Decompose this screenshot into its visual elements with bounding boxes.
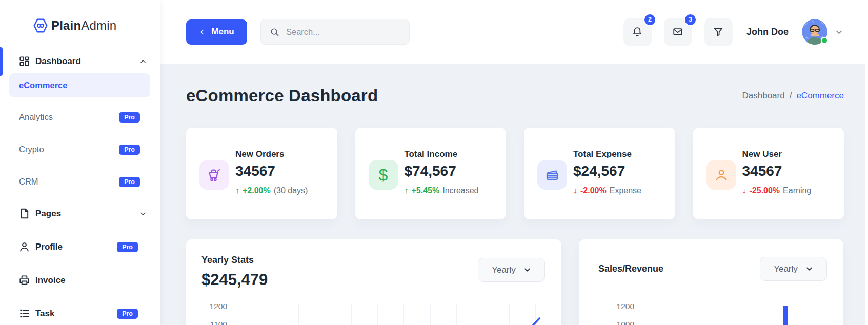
stat-change-percent: -2.00% xyxy=(580,186,607,195)
page-title: eCommerce Dashboard xyxy=(186,86,378,106)
line-series-tip xyxy=(529,316,541,325)
top-header: Menu 2 3 xyxy=(160,0,868,64)
stat-change: ↓ -25.00% Earning xyxy=(742,186,812,195)
sidebar-item-label: Profile xyxy=(35,242,63,252)
avatar[interactable] xyxy=(802,19,827,45)
sales-revenue-period-select[interactable]: Yearly xyxy=(760,257,827,281)
sidebar-item-task[interactable]: Task Pro xyxy=(0,301,160,325)
filter-button[interactable] xyxy=(704,18,733,46)
sidebar-item-profile[interactable]: Profile Pro xyxy=(0,235,160,259)
stat-change-percent: +2.00% xyxy=(243,186,271,195)
chevron-down-icon[interactable] xyxy=(834,27,844,37)
sidebar-item-label: Task xyxy=(35,309,55,319)
stat-value: 34567 xyxy=(742,163,812,179)
page-icon xyxy=(18,208,30,219)
notifications-count-badge: 2 xyxy=(643,13,656,26)
stat-change-note: Earning xyxy=(783,186,811,195)
breadcrumb-current[interactable]: eCommerce xyxy=(796,91,844,101)
search-icon xyxy=(270,27,279,37)
page-head: eCommerce Dashboard Dashboard / eCommerc… xyxy=(186,86,844,106)
pro-badge: Pro xyxy=(119,177,140,187)
y-axis-tick: 1000 xyxy=(598,320,634,325)
header-actions: 2 3 John Doe xyxy=(611,18,844,46)
sidebar-item-label: Pages xyxy=(35,209,61,219)
dollar-icon: $ xyxy=(369,160,398,190)
charts-row: Yearly Stats $245,479 Yearly 1200 1100 xyxy=(186,239,844,325)
menu-button[interactable]: Menu xyxy=(186,19,247,45)
stats-row: New Orders 34567 ↑ +2.00% (30 days) $ To… xyxy=(186,128,844,219)
pro-badge: Pro xyxy=(117,242,138,252)
period-select-value: Yearly xyxy=(492,265,516,275)
stat-change: ↓ -2.00% Expense xyxy=(573,186,641,195)
yearly-stats-head: Yearly Stats $245,479 Yearly xyxy=(186,239,561,289)
chevron-up-icon xyxy=(139,57,147,66)
brand-name: PlainAdmin xyxy=(51,18,116,33)
stat-card-total-expense: Total Expense $24,567 ↓ -2.00% Expense xyxy=(524,128,675,219)
messages-button[interactable]: 3 xyxy=(664,18,692,46)
stat-change-note: Expense xyxy=(610,186,641,195)
y-axis-tick: 1200 xyxy=(201,302,227,311)
arrow-up-icon: ↑ xyxy=(405,186,409,195)
stat-value: $24,567 xyxy=(573,163,641,179)
stat-card-new-user: New User 34567 ↓ -25.00% Earning xyxy=(693,128,844,219)
chevron-down-icon xyxy=(523,266,531,274)
stat-change-note: Increased xyxy=(442,186,478,195)
sales-revenue-card: Sales/Revenue Yearly 1200 1000 xyxy=(579,239,843,325)
sidebar-item-label: Invoice xyxy=(35,275,66,286)
sidebar-item-crm[interactable]: CRM Pro xyxy=(9,170,150,194)
y-axis-tick: 1100 xyxy=(201,320,227,325)
bar-series-segment xyxy=(783,306,788,325)
sidebar-item-dashboard[interactable]: Dashboard xyxy=(0,49,160,73)
stat-value: 34567 xyxy=(235,163,308,179)
stat-label: Total Income xyxy=(405,149,479,159)
notifications-button[interactable]: 2 xyxy=(623,18,652,46)
sidebar-nav: Dashboard eCommerce Analytics Pro Crypto… xyxy=(0,39,160,325)
sidebar-item-ecommerce[interactable]: eCommerce xyxy=(9,73,150,97)
stat-change: ↑ +2.00% (30 days) xyxy=(235,186,308,195)
arrow-up-icon: ↑ xyxy=(235,186,239,195)
arrow-down-icon: ↓ xyxy=(742,186,746,195)
user-icon xyxy=(18,241,30,253)
stat-label: New User xyxy=(742,149,812,159)
page-scrollbar-track[interactable] xyxy=(865,0,868,325)
plainadmin-logo[interactable]: PlainAdmin xyxy=(0,0,160,39)
brand-name-secondary: Admin xyxy=(81,18,116,32)
chart-title: Yearly Stats xyxy=(201,255,268,266)
sidebar-item-label: CRM xyxy=(19,177,38,187)
yearly-stats-period-select[interactable]: Yearly xyxy=(478,258,545,282)
chart-gridlines xyxy=(246,304,536,325)
sidebar-item-label: eCommerce xyxy=(19,80,67,90)
sidebar-item-label: Analytics xyxy=(19,112,53,122)
funnel-icon xyxy=(713,26,724,37)
stat-card-body: Total Income $74,567 ↑ +5.45% Increased xyxy=(405,149,479,195)
pro-badge: Pro xyxy=(117,309,138,319)
envelope-icon xyxy=(672,26,683,37)
stat-card-new-orders: New Orders 34567 ↑ +2.00% (30 days) xyxy=(186,128,337,219)
sidebar: PlainAdmin Dashboard eCommerce Analytics… xyxy=(0,0,160,325)
bell-icon xyxy=(632,26,643,37)
brand-name-primary: Plain xyxy=(51,18,81,32)
stat-card-body: New Orders 34567 ↑ +2.00% (30 days) xyxy=(235,149,308,195)
breadcrumb-dashboard-link[interactable]: Dashboard xyxy=(742,91,785,101)
breadcrumb-separator: / xyxy=(790,91,792,101)
sidebar-item-invoice[interactable]: Invoice xyxy=(0,268,160,292)
chevron-left-icon xyxy=(199,29,206,35)
cart-icon xyxy=(199,160,229,190)
grid-icon xyxy=(18,55,30,67)
plainadmin-logo-icon xyxy=(33,18,48,33)
stat-label: Total Expense xyxy=(573,149,641,159)
stat-label: New Orders xyxy=(235,149,308,159)
stat-change-note: (30 days) xyxy=(274,186,308,195)
chart-title: Sales/Revenue xyxy=(598,263,663,274)
search-input[interactable] xyxy=(286,27,400,37)
online-status-dot xyxy=(821,37,828,44)
sidebar-item-pages[interactable]: Pages xyxy=(0,201,160,226)
sidebar-item-analytics[interactable]: Analytics Pro xyxy=(9,105,150,129)
sidebar-item-label: Crypto xyxy=(19,145,44,154)
period-select-value: Yearly xyxy=(774,264,798,274)
user-name[interactable]: John Doe xyxy=(746,27,789,37)
chevron-down-icon xyxy=(139,210,147,218)
stat-value: $74,567 xyxy=(405,163,479,179)
sidebar-item-crypto[interactable]: Crypto Pro xyxy=(9,137,150,161)
stat-change: ↑ +5.45% Increased xyxy=(405,186,479,195)
